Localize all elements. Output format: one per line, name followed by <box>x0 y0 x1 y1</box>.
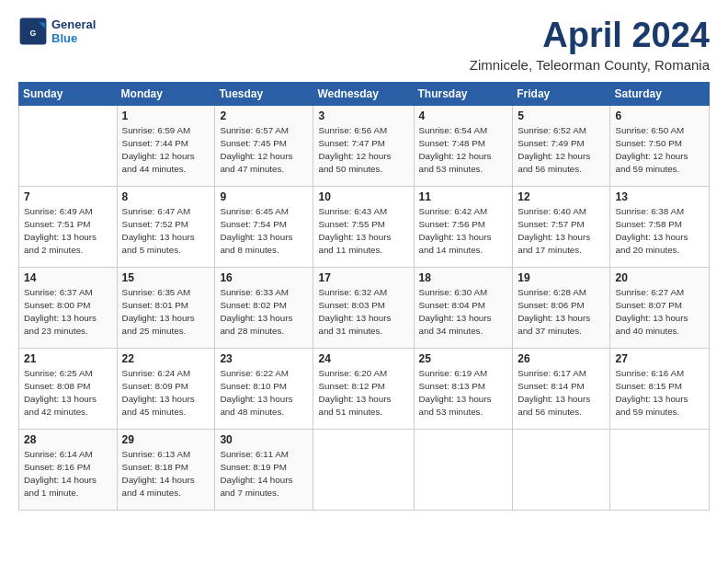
title-block: April 2024 Zimnicele, Teleorman County, … <box>470 17 710 73</box>
logo-blue: Blue <box>51 31 96 45</box>
calendar-cell: 4Sunrise: 6:54 AM Sunset: 7:48 PM Daylig… <box>414 105 513 186</box>
calendar-cell: 21Sunrise: 6:25 AM Sunset: 8:08 PM Dayli… <box>19 348 118 429</box>
day-detail: Sunrise: 6:24 AM Sunset: 8:09 PM Dayligh… <box>122 367 210 419</box>
calendar-cell <box>313 429 414 510</box>
day-number: 26 <box>518 352 605 365</box>
day-detail: Sunrise: 6:42 AM Sunset: 7:56 PM Dayligh… <box>419 205 508 258</box>
day-number: 20 <box>615 271 704 284</box>
calendar-cell: 25Sunrise: 6:19 AM Sunset: 8:13 PM Dayli… <box>414 348 513 429</box>
calendar-cell: 24Sunrise: 6:20 AM Sunset: 8:12 PM Dayli… <box>313 348 414 429</box>
day-detail: Sunrise: 6:19 AM Sunset: 8:13 PM Dayligh… <box>419 367 508 419</box>
calendar-cell <box>513 429 610 510</box>
calendar-cell: 5Sunrise: 6:52 AM Sunset: 7:49 PM Daylig… <box>513 105 610 186</box>
day-detail: Sunrise: 6:50 AM Sunset: 7:50 PM Dayligh… <box>615 124 704 177</box>
calendar-cell <box>610 429 710 510</box>
svg-text:G: G <box>30 29 37 38</box>
calendar-cell: 11Sunrise: 6:42 AM Sunset: 7:56 PM Dayli… <box>414 186 513 267</box>
calendar-cell: 8Sunrise: 6:47 AM Sunset: 7:52 PM Daylig… <box>117 186 215 267</box>
day-number: 15 <box>122 271 210 284</box>
day-number: 6 <box>615 109 704 122</box>
day-detail: Sunrise: 6:25 AM Sunset: 8:08 PM Dayligh… <box>24 367 112 419</box>
day-number: 23 <box>220 352 308 365</box>
day-number: 9 <box>220 190 308 203</box>
day-detail: Sunrise: 6:16 AM Sunset: 8:15 PM Dayligh… <box>615 367 704 419</box>
day-number: 1 <box>122 109 210 122</box>
calendar-cell: 7Sunrise: 6:49 AM Sunset: 7:51 PM Daylig… <box>19 186 118 267</box>
day-detail: Sunrise: 6:30 AM Sunset: 8:04 PM Dayligh… <box>419 286 508 339</box>
calendar-cell: 30Sunrise: 6:11 AM Sunset: 8:19 PM Dayli… <box>215 429 313 510</box>
calendar-cell: 10Sunrise: 6:43 AM Sunset: 7:55 PM Dayli… <box>313 186 414 267</box>
calendar-cell: 23Sunrise: 6:22 AM Sunset: 8:10 PM Dayli… <box>215 348 313 429</box>
day-detail: Sunrise: 6:59 AM Sunset: 7:44 PM Dayligh… <box>122 124 210 177</box>
day-number: 2 <box>220 109 308 122</box>
day-number: 21 <box>24 352 112 365</box>
calendar-cell <box>19 105 118 186</box>
day-detail: Sunrise: 6:14 AM Sunset: 8:16 PM Dayligh… <box>24 448 112 500</box>
calendar-cell: 27Sunrise: 6:16 AM Sunset: 8:15 PM Dayli… <box>610 348 710 429</box>
calendar-cell: 16Sunrise: 6:33 AM Sunset: 8:02 PM Dayli… <box>215 267 313 348</box>
day-number: 8 <box>122 190 210 203</box>
calendar-cell: 9Sunrise: 6:45 AM Sunset: 7:54 PM Daylig… <box>215 186 313 267</box>
day-detail: Sunrise: 6:27 AM Sunset: 8:07 PM Dayligh… <box>615 286 704 339</box>
calendar-cell: 13Sunrise: 6:38 AM Sunset: 7:58 PM Dayli… <box>610 186 710 267</box>
day-detail: Sunrise: 6:49 AM Sunset: 7:51 PM Dayligh… <box>24 205 112 258</box>
calendar-cell: 17Sunrise: 6:32 AM Sunset: 8:03 PM Dayli… <box>313 267 414 348</box>
day-number: 16 <box>220 271 308 284</box>
weekday-header-tuesday: Tuesday <box>215 82 313 105</box>
day-detail: Sunrise: 6:17 AM Sunset: 8:14 PM Dayligh… <box>518 367 605 419</box>
day-number: 3 <box>318 109 408 122</box>
calendar-cell: 15Sunrise: 6:35 AM Sunset: 8:01 PM Dayli… <box>117 267 215 348</box>
calendar-cell: 26Sunrise: 6:17 AM Sunset: 8:14 PM Dayli… <box>513 348 610 429</box>
day-detail: Sunrise: 6:52 AM Sunset: 7:49 PM Dayligh… <box>518 124 605 177</box>
day-number: 11 <box>419 190 508 203</box>
calendar-week-2: 7Sunrise: 6:49 AM Sunset: 7:51 PM Daylig… <box>19 186 710 267</box>
calendar-cell: 14Sunrise: 6:37 AM Sunset: 8:00 PM Dayli… <box>19 267 118 348</box>
day-detail: Sunrise: 6:32 AM Sunset: 8:03 PM Dayligh… <box>318 286 408 339</box>
calendar-cell: 2Sunrise: 6:57 AM Sunset: 7:45 PM Daylig… <box>215 105 313 186</box>
weekday-header-friday: Friday <box>513 82 610 105</box>
calendar-cell: 20Sunrise: 6:27 AM Sunset: 8:07 PM Dayli… <box>610 267 710 348</box>
header: G General Blue April 2024 Zimnicele, Tel… <box>18 17 710 73</box>
calendar-week-3: 14Sunrise: 6:37 AM Sunset: 8:00 PM Dayli… <box>19 267 710 348</box>
day-detail: Sunrise: 6:45 AM Sunset: 7:54 PM Dayligh… <box>220 205 308 258</box>
day-number: 13 <box>615 190 704 203</box>
day-number: 24 <box>318 352 408 365</box>
calendar-week-1: 1Sunrise: 6:59 AM Sunset: 7:44 PM Daylig… <box>19 105 710 186</box>
weekday-header-wednesday: Wednesday <box>313 82 414 105</box>
day-number: 4 <box>419 109 508 122</box>
logo-general: General <box>51 17 96 31</box>
weekday-header-thursday: Thursday <box>414 82 513 105</box>
calendar-cell <box>414 429 513 510</box>
calendar-cell: 12Sunrise: 6:40 AM Sunset: 7:57 PM Dayli… <box>513 186 610 267</box>
day-number: 22 <box>122 352 210 365</box>
calendar-table: SundayMondayTuesdayWednesdayThursdayFrid… <box>18 82 710 511</box>
day-detail: Sunrise: 6:56 AM Sunset: 7:47 PM Dayligh… <box>318 124 408 177</box>
weekday-header-saturday: Saturday <box>610 82 710 105</box>
month-title: April 2024 <box>470 17 710 55</box>
day-number: 10 <box>318 190 408 203</box>
day-detail: Sunrise: 6:11 AM Sunset: 8:19 PM Dayligh… <box>220 448 308 500</box>
day-number: 19 <box>518 271 605 284</box>
day-detail: Sunrise: 6:57 AM Sunset: 7:45 PM Dayligh… <box>220 124 308 177</box>
day-number: 7 <box>24 190 112 203</box>
day-detail: Sunrise: 6:35 AM Sunset: 8:01 PM Dayligh… <box>122 286 210 339</box>
calendar-week-4: 21Sunrise: 6:25 AM Sunset: 8:08 PM Dayli… <box>19 348 710 429</box>
calendar-cell: 28Sunrise: 6:14 AM Sunset: 8:16 PM Dayli… <box>19 429 118 510</box>
weekday-header-row: SundayMondayTuesdayWednesdayThursdayFrid… <box>19 82 710 105</box>
day-number: 28 <box>24 433 112 446</box>
day-number: 18 <box>419 271 508 284</box>
day-detail: Sunrise: 6:13 AM Sunset: 8:18 PM Dayligh… <box>122 448 210 500</box>
day-detail: Sunrise: 6:28 AM Sunset: 8:06 PM Dayligh… <box>518 286 605 339</box>
calendar-cell: 1Sunrise: 6:59 AM Sunset: 7:44 PM Daylig… <box>117 105 215 186</box>
day-detail: Sunrise: 6:37 AM Sunset: 8:00 PM Dayligh… <box>24 286 112 339</box>
calendar-cell: 19Sunrise: 6:28 AM Sunset: 8:06 PM Dayli… <box>513 267 610 348</box>
day-detail: Sunrise: 6:20 AM Sunset: 8:12 PM Dayligh… <box>318 367 408 419</box>
calendar-cell: 29Sunrise: 6:13 AM Sunset: 8:18 PM Dayli… <box>117 429 215 510</box>
weekday-header-monday: Monday <box>117 82 215 105</box>
day-number: 25 <box>419 352 508 365</box>
calendar-cell: 3Sunrise: 6:56 AM Sunset: 7:47 PM Daylig… <box>313 105 414 186</box>
day-detail: Sunrise: 6:38 AM Sunset: 7:58 PM Dayligh… <box>615 205 704 258</box>
logo: G General Blue <box>18 17 96 46</box>
day-number: 14 <box>24 271 112 284</box>
day-number: 27 <box>615 352 704 365</box>
